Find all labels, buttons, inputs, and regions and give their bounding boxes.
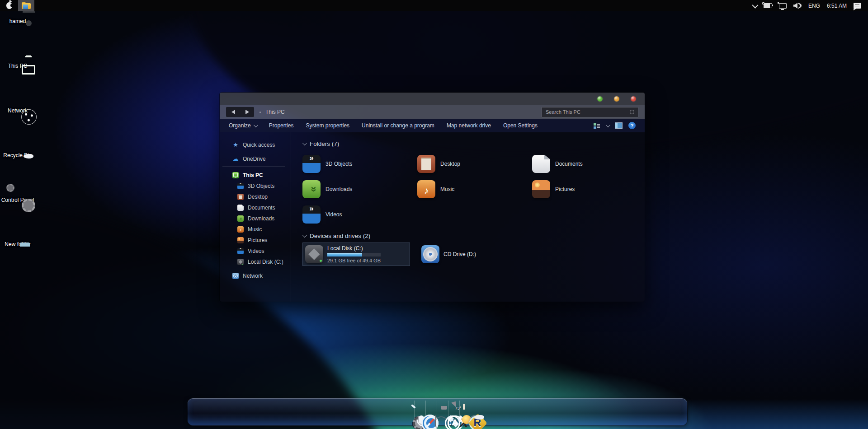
sidebar-item-music[interactable]: Music (220, 224, 291, 235)
help-icon[interactable] (628, 122, 636, 129)
devices-header-label: Devices and drives (2) (310, 233, 370, 239)
drive-usage-text: 29.1 GB free of 49.4 GB (327, 258, 381, 263)
sidebar-item-label: This PC (243, 172, 263, 178)
file-explorer-window: This PC Search This PC OrganizePropertie… (219, 92, 645, 302)
toolbar-item-label: Uninstall or change a program (362, 122, 434, 129)
folder-tile-label: Music (440, 186, 454, 192)
star-icon (232, 142, 239, 148)
pict-icon (237, 237, 244, 243)
drive-tile-cd-drive-d[interactable]: CD Drive (D:) (419, 242, 526, 266)
sidebar-item-label: Documents (248, 205, 275, 211)
dock: 73° (187, 398, 688, 426)
folder-tile-documents[interactable]: Documents (532, 151, 641, 177)
toolbar-item-open-settings[interactable]: Open Settings (503, 122, 538, 129)
toolbar-item-uninstall-or-change-a-program[interactable]: Uninstall or change a program (362, 122, 434, 129)
sidebar-item-label: Pictures (248, 237, 267, 243)
hidden-icons-chevron-icon[interactable] (752, 2, 758, 8)
folder-tile-music[interactable]: Music (417, 177, 526, 202)
drive-tile-local-disk-c[interactable]: Local Disk (C:) 29.1 GB free of 49.4 GB (302, 242, 410, 266)
folder-tile-pictures[interactable]: Pictures (532, 177, 641, 202)
folder-tile-label: Downloads (326, 186, 352, 192)
collapse-chevron-icon[interactable] (302, 141, 307, 145)
sidebar-item-desktop[interactable]: Desktop (220, 191, 291, 202)
sidebar-item-label: Downloads (248, 215, 274, 222)
zoom-button[interactable] (597, 96, 603, 102)
view-dropdown-chevron-icon[interactable] (606, 123, 610, 127)
breadcrumb[interactable]: This PC (265, 109, 285, 115)
doc-icon (237, 205, 244, 211)
sidebar-item-label: 3D Objects (248, 183, 274, 189)
toolbar-item-system-properties[interactable]: System properties (306, 122, 349, 129)
sidebar-item-onedrive[interactable]: OneDrive (220, 154, 291, 164)
back-button[interactable] (231, 110, 235, 114)
desktop-icon (417, 155, 435, 173)
folder-tile-videos[interactable]: Videos (302, 202, 411, 227)
drive-name: CD Drive (D:) (443, 251, 476, 257)
minimize-button[interactable] (614, 96, 619, 102)
preview-pane-icon[interactable] (615, 122, 623, 129)
folder-tile-desktop[interactable]: Desktop (417, 151, 526, 177)
sidebar-item-videos[interactable]: Videos (220, 246, 291, 256)
change-view-icon[interactable] (594, 123, 600, 129)
toolbar-item-properties[interactable]: Properties (269, 122, 294, 129)
sidebar-item-label: Local Disk (C:) (248, 259, 283, 265)
folder-tile-label: 3D Objects (326, 161, 352, 167)
action-center-icon[interactable] (854, 3, 861, 9)
command-toolbar: OrganizePropertiesSystem propertiesUnins… (220, 119, 645, 132)
music-icon (417, 180, 435, 198)
desktop-icon-this-pc[interactable]: This PC (1, 61, 34, 69)
devices-section-header[interactable]: Devices and drives (2) (302, 230, 645, 242)
desktop-icon-new-folder[interactable]: New folder (1, 239, 34, 247)
apple-menu-icon[interactable] (6, 2, 12, 9)
language-indicator[interactable]: ENG (808, 3, 820, 9)
clapper-icon (237, 248, 244, 254)
sidebar-item-this-pc[interactable]: This PC (220, 170, 291, 181)
sidebar-item-3d-objects[interactable]: 3D Objects (220, 181, 291, 191)
forward-button[interactable] (245, 110, 249, 114)
navigation-bar: This PC Search This PC (220, 105, 645, 119)
thispc-icon (232, 172, 239, 178)
sidebar-item-network[interactable]: Network (220, 270, 291, 281)
desktop-icon-control-panel[interactable]: Control Panel (1, 195, 34, 203)
collapse-chevron-icon[interactable] (302, 233, 307, 238)
toolbar-item-label: Properties (269, 122, 294, 129)
sidebar-item-pictures[interactable]: Pictures (220, 235, 291, 246)
sidebar-item-quick-access[interactable]: Quick access (220, 140, 291, 150)
desktop-icon-hamed[interactable]: hamed (1, 16, 34, 24)
sidebar-item-label: Videos (248, 248, 264, 254)
folders-grid: 3D Objects Desktop Documents Downloads M… (302, 151, 645, 227)
toolbar-item-map-network-drive[interactable]: Map network drive (447, 122, 491, 129)
disk-icon (237, 259, 244, 265)
search-box[interactable]: Search This PC (542, 107, 638, 117)
toolbar-item-organize[interactable]: Organize (229, 122, 257, 129)
disk-icon (305, 245, 323, 263)
folder-tile-3d-objects[interactable]: 3D Objects (302, 151, 411, 177)
network-icon[interactable] (779, 3, 787, 9)
sidebar-item-downloads[interactable]: Downloads (220, 213, 291, 224)
clock[interactable]: 6:51 AM (827, 3, 847, 9)
desktop-icon-recycle-bin[interactable]: Recycle Bin (1, 150, 34, 159)
down-icon (237, 215, 244, 222)
folder-tile-label: Pictures (555, 186, 575, 192)
desktop-icon-network[interactable]: Network (1, 106, 34, 114)
sidebar-item-documents[interactable]: Documents (220, 202, 291, 213)
search-icon[interactable] (630, 110, 634, 114)
battery-icon[interactable] (764, 3, 772, 8)
sidebar-divider (222, 166, 285, 167)
content-pane: Folders (7) 3D Objects Desktop Documents… (291, 132, 645, 302)
volume-icon[interactable] (793, 3, 802, 9)
navigation-pane: Quick access OneDrive This PC 3D Objects… (220, 132, 291, 302)
taskbar-active-app[interactable] (18, 0, 34, 11)
screen: ENG 6:51 AM hamed This PC Network Recycl… (0, 0, 868, 429)
breadcrumb-icon (259, 112, 261, 113)
window-titlebar[interactable] (220, 93, 645, 105)
folders-section-header[interactable]: Folders (7) (302, 138, 645, 149)
sidebar-item-local-disk-c[interactable]: Local Disk (C:) (220, 256, 291, 267)
sidebar-item-label: OneDrive (243, 156, 266, 162)
system-tray: ENG 6:51 AM (752, 3, 868, 9)
folder-tile-downloads[interactable]: Downloads (302, 177, 411, 202)
nav-buttons (226, 107, 254, 117)
toolbar-right (594, 122, 636, 129)
desktop-icon (237, 194, 244, 200)
close-button[interactable] (631, 96, 636, 102)
